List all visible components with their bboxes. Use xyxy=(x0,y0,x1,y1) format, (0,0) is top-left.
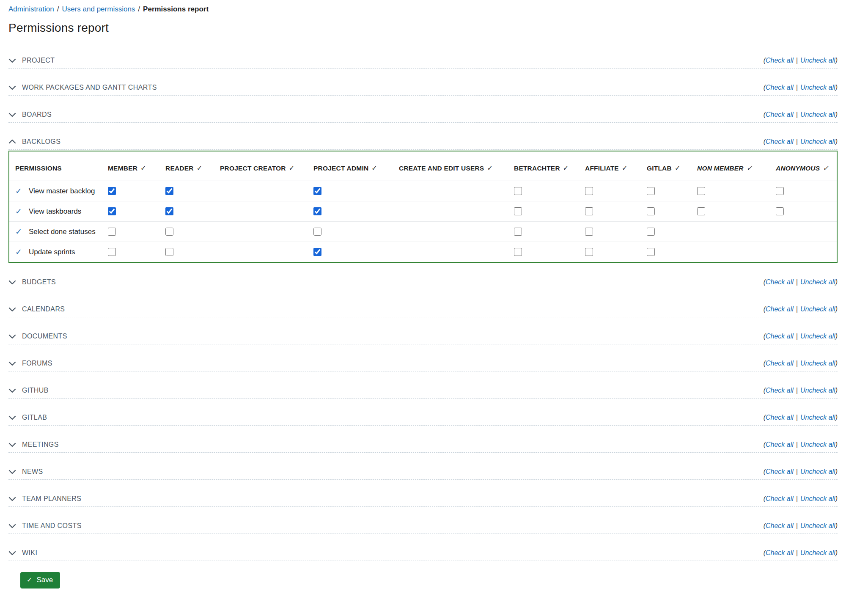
checkbox-betrachter-update-sprints[interactable] xyxy=(514,248,522,256)
chevron-down-icon[interactable] xyxy=(8,361,16,366)
checkbox-reader-view-master-backlog[interactable] xyxy=(165,187,173,195)
check-all-link-work-packages-and-gantt-charts[interactable]: Check all xyxy=(766,84,794,91)
uncheck-all-link-calendars[interactable]: Uncheck all xyxy=(800,305,835,313)
checkbox-gitlab-view-taskboards[interactable] xyxy=(647,207,655,215)
section-label-news: NEWS xyxy=(22,468,43,476)
uncheck-all-link-gitlab[interactable]: Uncheck all xyxy=(800,414,835,421)
checkbox-betrachter-view-taskboards[interactable] xyxy=(514,207,522,215)
check-all-link-gitlab[interactable]: Check all xyxy=(766,414,794,421)
chevron-down-icon[interactable] xyxy=(8,415,16,420)
uncheck-all-link-documents[interactable]: Uncheck all xyxy=(800,333,835,340)
check-all-link-forums[interactable]: Check all xyxy=(766,360,794,367)
section-header-calendars[interactable]: CALENDARS(Check all|Uncheck all) xyxy=(8,305,838,317)
check-all-link-news[interactable]: Check all xyxy=(766,468,794,475)
check-all-link-calendars[interactable]: Check all xyxy=(766,305,794,313)
checkbox-reader-select-done-statuses[interactable] xyxy=(165,228,173,236)
check-all-link-backlogs[interactable]: Check all xyxy=(766,138,794,145)
uncheck-all-link-backlogs[interactable]: Uncheck all xyxy=(800,138,835,145)
checkbox-reader-view-taskboards[interactable] xyxy=(165,207,173,215)
checkbox-gitlab-select-done-statuses[interactable] xyxy=(647,228,655,236)
checkbox-affiliate-view-taskboards[interactable] xyxy=(585,207,593,215)
section-header-team-planners[interactable]: TEAM PLANNERS(Check all|Uncheck all) xyxy=(8,495,838,507)
uncheck-all-link-team-planners[interactable]: Uncheck all xyxy=(800,495,835,502)
check-all-link-time-and-costs[interactable]: Check all xyxy=(766,522,794,529)
checkbox-anonymous-view-master-backlog[interactable] xyxy=(776,187,784,195)
checkbox-member-update-sprints[interactable] xyxy=(108,248,116,256)
section-header-forums[interactable]: FORUMS(Check all|Uncheck all) xyxy=(8,360,838,371)
chevron-down-icon[interactable] xyxy=(8,334,16,339)
permission-name-cell: ✓View taskboards xyxy=(9,201,102,222)
checkbox-gitlab-view-master-backlog[interactable] xyxy=(647,187,655,195)
chevron-down-icon[interactable] xyxy=(8,496,16,501)
check-all-link-boards[interactable]: Check all xyxy=(766,111,794,118)
chevron-down-icon[interactable] xyxy=(8,112,16,117)
check-all-link-documents[interactable]: Check all xyxy=(766,333,794,340)
checkbox-betrachter-view-master-backlog[interactable] xyxy=(514,187,522,195)
permission-name-cell: ✓Select done statuses xyxy=(9,222,102,242)
uncheck-all-link-budgets[interactable]: Uncheck all xyxy=(800,278,835,286)
uncheck-all-link-boards[interactable]: Uncheck all xyxy=(800,111,835,118)
checkbox-project-admin-update-sprints[interactable] xyxy=(313,248,321,256)
section-header-boards[interactable]: BOARDS(Check all|Uncheck all) xyxy=(8,111,838,123)
chevron-down-icon[interactable] xyxy=(8,469,16,474)
chevron-down-icon[interactable] xyxy=(8,442,16,447)
section-header-news[interactable]: NEWS(Check all|Uncheck all) xyxy=(8,468,838,480)
uncheck-all-link-news[interactable]: Uncheck all xyxy=(800,468,835,475)
section-header-budgets[interactable]: BUDGETS(Check all|Uncheck all) xyxy=(8,278,838,290)
section-header-backlogs[interactable]: BACKLOGS(Check all|Uncheck all) xyxy=(8,138,838,150)
checkbox-anonymous-view-taskboards[interactable] xyxy=(776,207,784,215)
uncheck-all-link-forums[interactable]: Uncheck all xyxy=(800,360,835,367)
checkbox-affiliate-select-done-statuses[interactable] xyxy=(585,228,593,236)
chevron-down-icon[interactable] xyxy=(8,388,16,393)
permission-label: Update sprints xyxy=(29,248,75,256)
checkbox-non-member-view-taskboards[interactable] xyxy=(697,207,705,215)
cell-project-creator xyxy=(214,242,308,262)
check-all-link-wiki[interactable]: Check all xyxy=(766,549,794,556)
breadcrumb-item-administration[interactable]: Administration xyxy=(8,5,54,13)
checkbox-reader-update-sprints[interactable] xyxy=(165,248,173,256)
breadcrumb-item-users-and-permissions[interactable]: Users and permissions xyxy=(62,5,135,13)
section-header-wiki[interactable]: WIKI(Check all|Uncheck all) xyxy=(8,549,838,561)
section-header-gitlab[interactable]: GITLAB(Check all|Uncheck all) xyxy=(8,414,838,426)
chevron-down-icon[interactable] xyxy=(8,280,16,285)
chevron-down-icon[interactable] xyxy=(8,307,16,312)
section-header-github[interactable]: GITHUB(Check all|Uncheck all) xyxy=(8,387,838,399)
section-header-documents[interactable]: DOCUMENTS(Check all|Uncheck all) xyxy=(8,333,838,344)
section-label-calendars: CALENDARS xyxy=(22,305,65,313)
check-all-link-meetings[interactable]: Check all xyxy=(766,441,794,448)
checkbox-member-view-master-backlog[interactable] xyxy=(108,187,116,195)
check-all-link-budgets[interactable]: Check all xyxy=(766,278,794,286)
checkbox-affiliate-view-master-backlog[interactable] xyxy=(585,187,593,195)
uncheck-all-link-wiki[interactable]: Uncheck all xyxy=(800,549,835,556)
section-header-project[interactable]: PROJECT(Check all|Uncheck all) xyxy=(8,57,838,69)
check-uncheck-links-forums: (Check all|Uncheck all) xyxy=(764,360,838,367)
link-separator: | xyxy=(796,278,798,286)
checkbox-non-member-view-master-backlog[interactable] xyxy=(697,187,705,195)
uncheck-all-link-time-and-costs[interactable]: Uncheck all xyxy=(800,522,835,529)
check-all-link-project[interactable]: Check all xyxy=(766,57,794,64)
checkbox-project-admin-view-taskboards[interactable] xyxy=(313,207,321,215)
chevron-down-icon[interactable] xyxy=(8,58,16,63)
chevron-down-icon[interactable] xyxy=(8,523,16,528)
chevron-down-icon[interactable] xyxy=(8,550,16,556)
check-uncheck-links-budgets: (Check all|Uncheck all) xyxy=(764,278,838,286)
checkbox-gitlab-update-sprints[interactable] xyxy=(647,248,655,256)
section-header-work-packages-and-gantt-charts[interactable]: WORK PACKAGES AND GANTT CHARTS(Check all… xyxy=(8,84,838,96)
checkbox-project-admin-select-done-statuses[interactable] xyxy=(313,228,321,236)
checkbox-project-admin-view-master-backlog[interactable] xyxy=(313,187,321,195)
save-button[interactable]: ✓ Save xyxy=(20,572,60,588)
chevron-up-icon[interactable] xyxy=(8,139,16,144)
uncheck-all-link-work-packages-and-gantt-charts[interactable]: Uncheck all xyxy=(800,84,835,91)
uncheck-all-link-github[interactable]: Uncheck all xyxy=(800,387,835,394)
check-all-link-github[interactable]: Check all xyxy=(766,387,794,394)
checkbox-affiliate-update-sprints[interactable] xyxy=(585,248,593,256)
check-all-link-team-planners[interactable]: Check all xyxy=(766,495,794,502)
uncheck-all-link-meetings[interactable]: Uncheck all xyxy=(800,441,835,448)
checkbox-betrachter-select-done-statuses[interactable] xyxy=(514,228,522,236)
uncheck-all-link-project[interactable]: Uncheck all xyxy=(800,57,835,64)
checkbox-member-select-done-statuses[interactable] xyxy=(108,228,116,236)
section-header-time-and-costs[interactable]: TIME AND COSTS(Check all|Uncheck all) xyxy=(8,522,838,534)
section-header-meetings[interactable]: MEETINGS(Check all|Uncheck all) xyxy=(8,441,838,453)
chevron-down-icon[interactable] xyxy=(8,85,16,90)
checkbox-member-view-taskboards[interactable] xyxy=(108,207,116,215)
